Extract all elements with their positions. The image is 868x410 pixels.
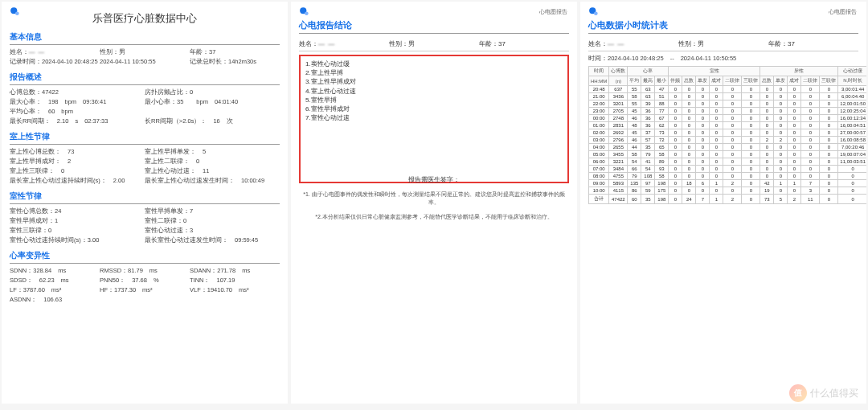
time-range: 时间：2024-04-10 20:48:25 -- 2024-04-11 10:…: [588, 55, 858, 63]
section-overview: 报告概述: [10, 72, 280, 85]
heartbeat-total: 心博总数：47422: [10, 88, 145, 96]
max-hr: 最大心率： 198 bpm 09:36:41: [10, 98, 145, 106]
sex-field: 性别：男: [100, 48, 190, 56]
table-row: 20:48637556347000000000003,00:01:44: [589, 86, 867, 93]
conclusion-item: 3.室上性早搏成对: [305, 77, 563, 86]
conclusion-box: 1.窦性心动过缓2.室上性早搏3.室上性早搏成对4.室上性心动过速5.室性早搏6…: [299, 55, 569, 183]
name-field: 姓名：— —: [10, 48, 100, 56]
avg-hr: 平均心率： 60 bpm: [10, 108, 280, 116]
svg-point-5: [594, 11, 598, 15]
table-row: 04:002655443565000000000007,00:20:46: [589, 144, 867, 151]
doc-type-label: 心电图报告: [829, 8, 857, 16]
atrial-pct: 房扑房颤占比：0: [145, 88, 280, 96]
lepu-logo-icon: [10, 6, 21, 19]
name-field: 姓名：— —: [299, 39, 389, 48]
conclusion-item: 6.室性早搏成对: [305, 105, 563, 113]
footnote-2: *2.本分析结果仅供日常心脏健康监测参考，不能替代医学诊断结果，不能用于临床诊断…: [299, 213, 569, 221]
sex-field: 性别：男: [678, 39, 768, 48]
record-end: 2024-04-11 10:50:55: [100, 58, 190, 66]
signature-line: 报告需医生签字：: [299, 175, 569, 184]
section-supraventricular: 室上性节律: [10, 132, 280, 145]
max-rr: 最长RR间期： 2.10 s 02:37:33: [10, 117, 145, 125]
table-row: 05:0034555879580000000000019,00:07:04: [589, 151, 867, 158]
record-duration: 记录总时长：14h2m30s: [190, 58, 280, 66]
conclusion-item: 7.室性心动过速: [305, 113, 563, 122]
conclusion-item: 2.室上性早搏: [305, 68, 563, 77]
smzdm-logo-icon: 值: [789, 384, 807, 402]
min-hr: 最小心率：35 bpm 04:01:40: [145, 98, 280, 106]
table-row: 23:0027054536770000000000012,00:25:04: [589, 108, 867, 115]
table-row: 22:0032015539880000000000012,00:01:50: [589, 100, 867, 108]
smzdm-watermark: 值 什么值得买: [789, 384, 858, 402]
table-row: 02:0026924537730000000000027,00:00:57: [589, 129, 867, 137]
hourly-stats-table: 时间心博数心率室性异性心动过缓 HH:MM(n)平均最高最小伴频总数单发成对二联…: [588, 66, 866, 204]
long-rr: 长RR间期（>2.0s）： 16 次: [145, 117, 280, 125]
record-start: 记录时间：2024-04-10 20:48:25: [10, 58, 100, 66]
age-field: 年龄：37: [479, 39, 569, 48]
lepu-logo-icon: [588, 6, 600, 19]
conclusion-item: 1.窦性心动过缓: [305, 59, 563, 68]
svg-point-3: [305, 11, 309, 15]
page-title: 心电报告结论: [299, 19, 569, 34]
table-row: 00:0027484636670000000000016,00:12:34: [589, 115, 867, 122]
table-row: 09:0058931359719801861204211700: [589, 180, 867, 187]
report-page-2: 心电图报告 心电报告结论 姓名：— — 性别：男 年龄：37 1.窦性心动过缓2…: [291, 2, 577, 404]
svg-point-1: [15, 11, 19, 15]
report-page-3: 心电图报告 心电数据小时统计表 姓名：— — 性别：男 年龄：37 时间：202…: [580, 2, 866, 404]
footnote-1: *1. 由于心电图事件的偶发性和瞬时性，每次测量结果不同是正常的。建议您及时提高…: [299, 191, 569, 207]
conclusion-item: 5.室性早搏: [305, 96, 563, 105]
age-field: 年龄：37: [190, 48, 280, 56]
table-row: 08:0047557910858000000000000: [589, 173, 867, 180]
table-row: 01:0028314836620000000000016,00:04:51: [589, 122, 867, 129]
doc-type-label: 心电图报告: [539, 8, 567, 16]
table-row: 03:0027964657720000002200016,00:08:58: [589, 137, 867, 144]
sex-field: 性别：男: [389, 39, 479, 48]
section-hrv: 心率变异性: [10, 251, 280, 264]
page-title: 心电数据小时统计表: [588, 19, 858, 34]
table-row: 合计474226035198024712073521100: [589, 195, 867, 204]
page-title: 乐普医疗心脏数据中心: [10, 11, 280, 26]
lepu-logo-icon: [299, 6, 310, 19]
report-page-1: 乐普医疗心脏数据中心 基本信息 姓名：— — 性别：男 年龄：37 记录时间：2…: [2, 2, 288, 404]
section-basic-info: 基本信息: [10, 32, 280, 45]
conclusion-item: 4.室上性心动过速: [305, 87, 563, 96]
table-row: 21:003436586351000000000006,00:04:40: [589, 93, 867, 100]
name-field: 姓名：— —: [588, 39, 678, 48]
age-field: 年龄：37: [768, 39, 858, 48]
table-row: 06:0032215441890000000000011,00:03:51: [589, 158, 867, 166]
table-row: 07:003484665493000000000000: [589, 166, 867, 173]
table-row: 10:00411586591750000001900300: [589, 187, 867, 195]
section-ventricular: 室性节律: [10, 191, 280, 204]
